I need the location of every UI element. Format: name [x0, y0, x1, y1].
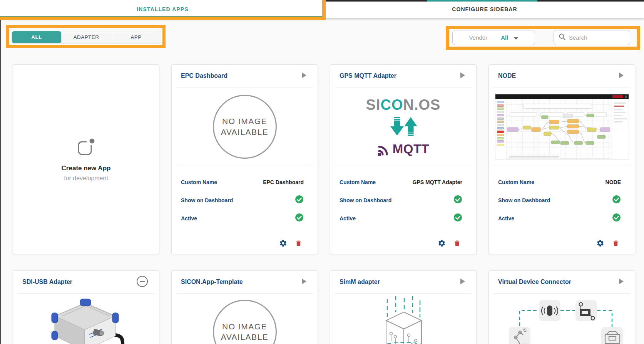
custom-name-value: GPS MQTT Adapter [413, 179, 462, 185]
play-icon [301, 72, 307, 80]
app-image: SICON.OS MQTT [330, 87, 476, 166]
node-red-sidebar [612, 99, 629, 159]
custom-name-label: Custom Name [340, 179, 376, 185]
filter-chip-all-label: ALL [31, 34, 42, 40]
search-input[interactable] [569, 34, 623, 41]
sicon-os-logo: SICON.OS [366, 97, 441, 113]
settings-button[interactable] [279, 239, 287, 248]
active-tab-indicator [0, 16, 323, 18]
chevron-down-icon [514, 34, 518, 41]
show-on-dashboard-check-icon [612, 195, 621, 205]
filter-chip-adapter-label: ADAPTER [74, 34, 99, 40]
app-image [489, 87, 635, 166]
search-field [554, 30, 630, 45]
run-app-button[interactable] [619, 278, 624, 286]
custom-name-row: Custom Name NODE [498, 173, 621, 191]
card-title: GPS MQTT Adapter [340, 72, 396, 79]
no-image-line1: NO IMAGE [222, 321, 267, 332]
custom-name-row: Custom Name EPC Dashboard [181, 173, 304, 191]
play-icon [460, 278, 465, 286]
mqtt-logo: MQTT [377, 142, 429, 156]
card-sdi-usb-adapter: SDI-USB Adapter [13, 270, 159, 344]
create-app-subtitle: for development [64, 175, 108, 182]
active-row: Active [340, 209, 462, 227]
card-create-new-app: Create new App for development [13, 64, 159, 254]
collapse-button[interactable] [136, 275, 148, 289]
show-on-dashboard-row: Show on Dashboard [181, 191, 304, 209]
play-icon [301, 278, 307, 286]
card-title: SimM adapter [340, 279, 380, 285]
no-image-placeholder: NO IMAGE AVAILABLE [213, 300, 277, 344]
delete-button[interactable] [612, 239, 619, 248]
app-image: NO IMAGE AVAILABLE [172, 294, 318, 344]
tab-configure-sidebar-label: CONFIGURE SIDEBAR [452, 6, 517, 12]
create-app-title: Create new App [62, 164, 111, 172]
app-image: NO IMAGE AVAILABLE [172, 87, 318, 166]
card-title: Virtual Device Connector [498, 279, 571, 285]
device-photo [40, 296, 132, 344]
settings-button[interactable] [438, 239, 446, 248]
filter-chip-all[interactable]: ALL [12, 31, 61, 43]
vendor-filter-value: All [501, 34, 508, 41]
delete-button[interactable] [453, 239, 461, 248]
node-red-thumbnail [495, 94, 629, 159]
no-image-line2: AVAILABLE [221, 127, 269, 137]
create-new-app-button[interactable]: Create new App for development [13, 65, 159, 254]
show-on-dashboard-check-icon [295, 195, 304, 205]
app-image [13, 294, 159, 344]
settings-button[interactable] [596, 239, 604, 248]
filter-chip-app[interactable]: APP [111, 31, 161, 43]
no-image-line1: NO IMAGE [222, 116, 267, 126]
filter-chip-adapter[interactable]: ADAPTER [61, 31, 111, 43]
delete-button[interactable] [295, 239, 302, 248]
active-check-icon [453, 213, 462, 223]
device-network-illustration: 4.0 [497, 295, 627, 344]
run-app-button[interactable] [301, 278, 307, 286]
app-image [330, 294, 476, 344]
card-title: EPC Dashboard [181, 72, 227, 79]
active-row: Active [498, 209, 621, 227]
active-label: Active [340, 215, 356, 222]
node-red-palette [495, 99, 506, 159]
play-icon [460, 72, 465, 80]
card-virtual-device-connector: Virtual Device Connector [488, 270, 635, 344]
show-on-dashboard-label: Show on Dashboard [498, 197, 550, 203]
no-image-placeholder: NO IMAGE AVAILABLE [213, 95, 277, 159]
run-app-button[interactable] [301, 72, 307, 80]
card-sicon-app-template: SICON.App-Template NO IMAGE AVAILABLE [171, 270, 318, 344]
node-red-header [495, 94, 629, 99]
window-top-edge-accent [427, 0, 537, 2]
custom-name-value: NODE [606, 179, 621, 185]
transfer-arrows-icon [385, 117, 422, 138]
card-title: SICON.App-Template [181, 279, 243, 285]
custom-name-label: Custom Name [498, 179, 534, 185]
filter-chip-app-label: APP [130, 34, 141, 40]
type-filter-group: ALL ADAPTER APP [12, 31, 161, 44]
card-epc-dashboard: EPC Dashboard NO IMAGE AVAILABLE Custom … [171, 64, 318, 254]
custom-name-row: Custom Name GPS MQTT Adapter [340, 173, 462, 191]
show-on-dashboard-row: Show on Dashboard [498, 191, 621, 209]
show-on-dashboard-row: Show on Dashboard [340, 191, 462, 209]
custom-name-value: EPC Dashboard [263, 179, 304, 185]
play-icon [619, 72, 624, 80]
cube-illustration [357, 295, 450, 344]
app-image: 4.0 [489, 294, 635, 344]
run-app-button[interactable] [460, 72, 465, 80]
card-title: NODE [498, 72, 516, 79]
active-label: Active [498, 215, 514, 222]
minus-circle-icon [136, 275, 148, 289]
card-node: NODE [488, 64, 635, 254]
card-simm-adapter: SimM adapter [330, 270, 477, 344]
play-icon [619, 278, 624, 286]
run-app-button[interactable] [619, 72, 624, 80]
vendor-filter-select[interactable]: Vendor - All [452, 30, 535, 45]
tab-configure-sidebar[interactable]: CONFIGURE SIDEBAR [325, 0, 644, 18]
custom-name-label: Custom Name [181, 179, 217, 185]
active-check-icon [295, 213, 304, 223]
create-app-icon [76, 137, 96, 158]
run-app-button[interactable] [460, 278, 465, 286]
tab-installed-apps[interactable]: INSTALLED APPS [0, 0, 325, 18]
gear-icon [279, 239, 287, 248]
tab-installed-apps-label: INSTALLED APPS [137, 6, 188, 12]
window-left-edge [0, 18, 1, 344]
